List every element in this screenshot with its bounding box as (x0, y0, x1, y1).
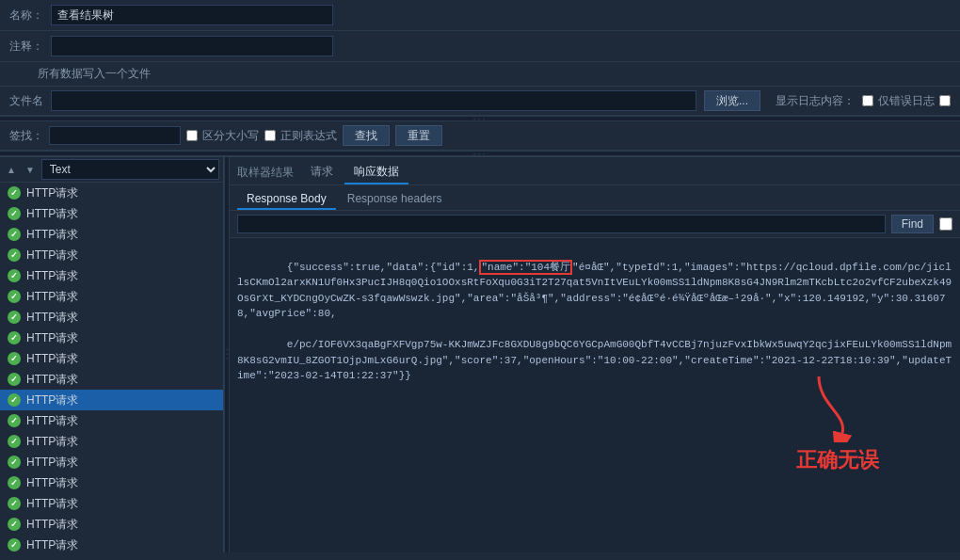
http-list-item[interactable]: HTTP请求 (0, 203, 223, 224)
response-toolbar: Find (230, 211, 960, 238)
http-item-label: HTTP请求 (26, 475, 78, 491)
comment-input[interactable] (51, 36, 333, 56)
http-item-label: HTTP请求 (26, 185, 78, 201)
file-input[interactable] (51, 90, 696, 111)
http-list-item[interactable]: HTTP请求 (0, 514, 223, 535)
http-status-icon (8, 393, 21, 407)
http-item-label: HTTP请求 (26, 455, 78, 471)
http-item-label: HTTP请求 (26, 372, 78, 388)
find-checkbox[interactable] (939, 217, 952, 231)
left-top-bar: ▲ ▼ Text XML JSON HTML (0, 157, 223, 183)
http-status-icon (8, 311, 21, 324)
http-list-item[interactable]: HTTP请求 (0, 431, 223, 452)
http-item-label: HTTP请求 (26, 413, 78, 429)
http-item-label: HTTP请求 (26, 392, 78, 408)
case-sensitive-checkbox[interactable] (186, 130, 198, 141)
regex-row: 正则表达式 (264, 128, 337, 144)
tab-response-data[interactable]: 响应数据 (344, 161, 408, 184)
http-item-label: HTTP请求 (26, 310, 78, 326)
http-item-label: HTTP请求 (26, 206, 78, 222)
comment-row: 注释： (0, 31, 960, 62)
http-status-icon (8, 352, 21, 365)
find-button[interactable]: Find (891, 215, 934, 233)
http-list-item[interactable]: HTTP请求 (0, 410, 223, 431)
search-label: 签找： (9, 128, 43, 144)
http-list-item[interactable]: HTTP请求 (0, 245, 223, 265)
http-item-label: HTTP请求 (26, 268, 78, 284)
http-status-icon (8, 476, 21, 489)
http-item-label: HTTP请求 (26, 248, 78, 264)
http-status-icon (8, 497, 21, 510)
http-item-label: HTTP请求 (26, 537, 78, 553)
http-status-icon (8, 186, 21, 200)
http-list-item[interactable]: HTTP请求 (0, 307, 223, 328)
http-list-item[interactable]: HTTP请求 (0, 348, 223, 369)
reset-button[interactable]: 重置 (395, 125, 442, 146)
response-search-input[interactable] (237, 215, 886, 233)
sub-tab-response-body[interactable]: Response Body (237, 189, 336, 210)
response-body: {"success":true,"data":{"id":1,"name":"1… (230, 238, 960, 552)
http-status-icon (8, 331, 21, 344)
bottom-divider: ··· (0, 151, 960, 156)
search-input[interactable] (49, 126, 181, 145)
file-row: 文件名 浏览... 显示日志内容： 仅错误日志 (0, 87, 960, 116)
browse-button[interactable]: 浏览... (704, 90, 760, 111)
name-highlight: "name":"104餐厅 (479, 260, 572, 275)
http-list-item[interactable]: HTTP请求 (0, 328, 223, 348)
http-list-item[interactable]: HTTP请求 (0, 183, 223, 203)
sampler-label: 取样器结果 (237, 165, 294, 181)
http-status-icon (8, 435, 21, 448)
http-status-icon (8, 538, 21, 552)
sampler-tabs: 取样器结果 请求 响应数据 (230, 157, 960, 185)
response-suffix: e/pc/IOF6VX3qaBgFXFVgp75w-KKJmWZJFc8GXDU… (237, 339, 952, 381)
http-status-icon (8, 414, 21, 427)
search-button[interactable]: 查找 (343, 125, 390, 146)
http-list-item[interactable]: HTTP请求 (0, 472, 223, 493)
http-status-icon (8, 290, 21, 303)
down-arrow-button[interactable]: ▼ (23, 164, 38, 176)
regex-label: 正则表达式 (280, 128, 337, 144)
log-label: 显示日志内容： (776, 93, 855, 109)
http-list-item[interactable]: HTTP请求 (0, 369, 223, 390)
comment-label: 注释： (9, 39, 43, 55)
sub-tabs: Response Body Response headers (230, 185, 960, 211)
http-item-label: HTTP请求 (26, 434, 78, 450)
http-status-icon (8, 248, 21, 262)
name-label: 名称： (9, 8, 43, 24)
top-panel: 名称： 注释： 所有数据写入一个文件 文件名 浏览... 显示日志内容： 仅错误… (0, 0, 960, 157)
extra-checkbox[interactable] (939, 95, 951, 106)
right-panel: 取样器结果 请求 响应数据 Response Body Response hea… (230, 157, 960, 552)
http-list-item[interactable]: HTTP请求 (0, 390, 223, 410)
case-sensitive-row: 区分大小写 (186, 128, 259, 144)
sub-tab-response-headers[interactable]: Response headers (338, 189, 452, 210)
http-list-item[interactable]: HTTP请求 (0, 452, 223, 472)
http-status-icon (8, 518, 21, 531)
error-only-checkbox[interactable] (862, 95, 873, 106)
http-list-item[interactable]: HTTP请求 (0, 286, 223, 307)
all-data-row: 所有数据写入一个文件 (0, 62, 960, 87)
http-item-label: HTTP请求 (26, 517, 78, 533)
http-list-item[interactable]: HTTP请求 (0, 535, 223, 552)
http-status-icon (8, 228, 21, 241)
http-list-item[interactable]: HTTP请求 (0, 493, 223, 514)
error-only-checkbox-row: 仅错误日志 (862, 93, 951, 109)
response-text: {"success":true,"data":{"id":1,"name":"1… (237, 244, 952, 399)
error-only-label: 仅错误日志 (878, 93, 935, 109)
http-item-label: HTTP请求 (26, 496, 78, 512)
http-list: HTTP请求HTTP请求HTTP请求HTTP请求HTTP请求HTTP请求HTTP… (0, 183, 223, 552)
http-status-icon (8, 207, 21, 220)
name-input[interactable] (51, 5, 333, 25)
file-label: 文件名 (9, 93, 43, 109)
http-item-label: HTTP请求 (26, 351, 78, 367)
up-arrow-button[interactable]: ▲ (4, 164, 19, 176)
http-status-icon (8, 269, 21, 282)
regex-checkbox[interactable] (264, 130, 276, 141)
case-sensitive-label: 区分大小写 (202, 128, 259, 144)
http-list-item[interactable]: HTTP请求 (0, 265, 223, 286)
correct-text: 正确无误 (796, 446, 879, 477)
tab-request[interactable]: 请求 (301, 161, 343, 184)
type-select[interactable]: Text XML JSON HTML (41, 159, 219, 180)
main-area: ▲ ▼ Text XML JSON HTML HTTP请求HTTP请求HTTP请… (0, 157, 960, 552)
http-list-item[interactable]: HTTP请求 (0, 224, 223, 245)
name-row: 名称： (0, 0, 960, 31)
